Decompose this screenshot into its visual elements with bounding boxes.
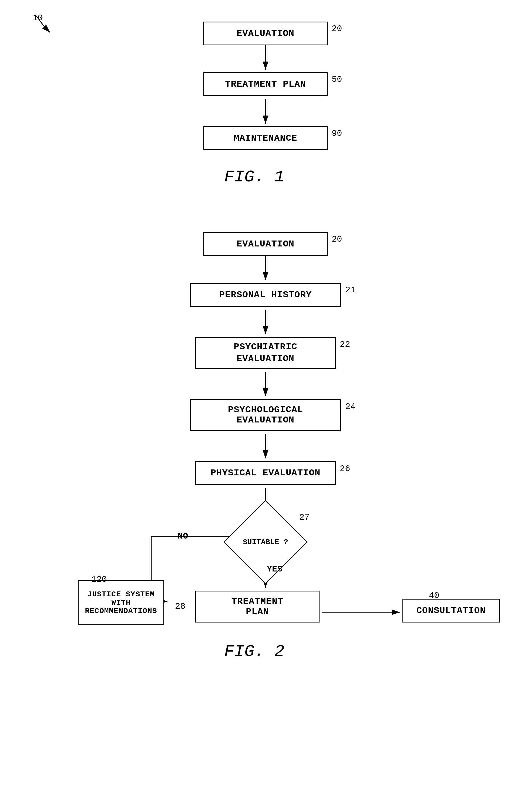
fig2-treatment-box: TREATMENT PLAN <box>195 591 319 623</box>
fig2-psychiatric-box: PSYCHIATRIC EVALUATION <box>195 337 336 369</box>
page: 10 EVALUATION 20 TREATMENT PLAN 50 MAINT… <box>0 0 531 812</box>
fig2-consultation-box: CONSULTATION <box>402 599 500 623</box>
ref-21-label: 21 <box>345 285 356 295</box>
ref-28-label: 28 <box>175 601 185 611</box>
ref-120-label: 120 <box>91 575 107 584</box>
ref-20-label-fig2: 20 <box>332 234 342 244</box>
ref10-squiggle <box>31 14 58 35</box>
ref-40-label: 40 <box>429 591 439 600</box>
suitable-diamond-text: SUITABLE ? <box>236 512 295 572</box>
ref-24-label: 24 <box>345 402 356 412</box>
fig1-maintenance-box: MAINTENANCE <box>203 126 328 150</box>
fig1-evaluation-box: EVALUATION <box>203 21 328 45</box>
fig2-label: FIG. 2 <box>224 642 284 661</box>
fig1-label: FIG. 1 <box>224 168 284 187</box>
fig2-suitable-diamond: SUITABLE ? <box>236 512 295 572</box>
fig2-evaluation-box: EVALUATION <box>203 232 328 256</box>
ref-90-label: 90 <box>332 129 342 139</box>
fig2-justice-box: JUSTICE SYSTEM WITH RECOMMENDATIONS <box>78 580 164 625</box>
ref-26-label: 26 <box>340 464 350 474</box>
fig1-treatment-box: TREATMENT PLAN <box>203 72 328 96</box>
ref-20-label-fig1: 20 <box>332 24 342 34</box>
ref-50-label: 50 <box>332 74 342 85</box>
fig2-physical-box: PHYSICAL EVALUATION <box>195 461 336 485</box>
ref-22-label: 22 <box>340 339 350 350</box>
fig2-psychological-box: PSYCHOLOGICAL EVALUATION <box>190 399 341 431</box>
ref-27-label: 27 <box>299 512 310 522</box>
fig2-personal-history-box: PERSONAL HISTORY <box>190 283 341 307</box>
no-label: NO <box>178 531 188 541</box>
